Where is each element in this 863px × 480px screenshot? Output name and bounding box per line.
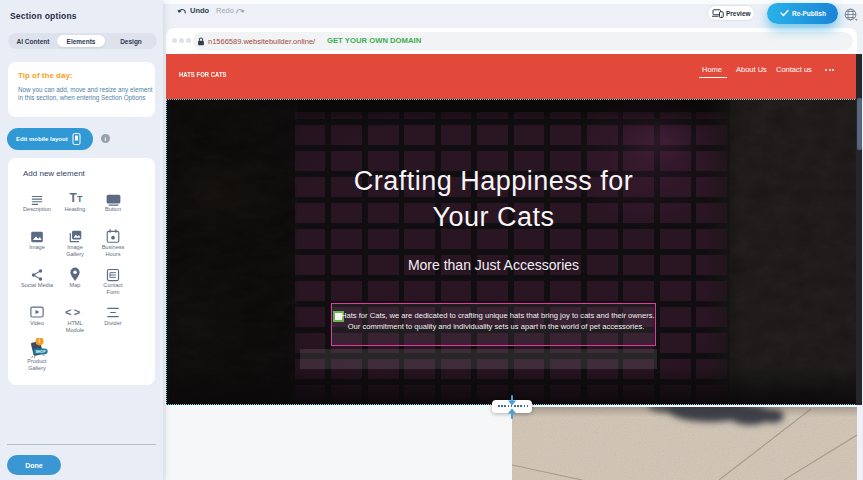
svg-text:!: ! [39,338,41,344]
svg-text:SHOP: SHOP [35,350,46,354]
